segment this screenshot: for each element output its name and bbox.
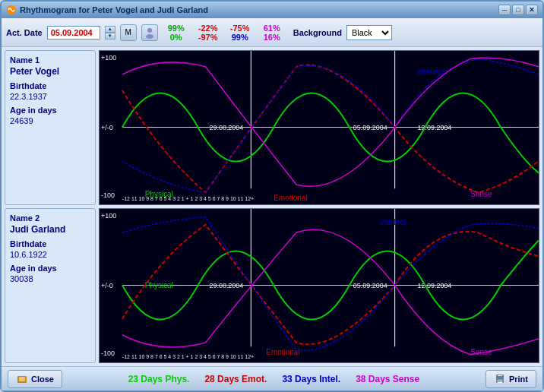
person-icon [144, 27, 156, 39]
svg-text:-100: -100 [101, 349, 115, 357]
svg-text:Physical: Physical [145, 280, 173, 289]
chart2-container: +100 +/-0 -100 29.08.2004 05.09.2004 12.… [99, 208, 539, 363]
stat4-bottom: 16% [264, 33, 280, 42]
close-label: Close [31, 375, 54, 384]
stat-phys: 23 Days Phys. [128, 374, 190, 384]
stat2-top: -22% [198, 24, 218, 33]
stat3-bottom: 99% [232, 33, 248, 42]
print-icon [494, 373, 506, 385]
person2-age-value: 30038 [10, 274, 90, 283]
svg-text:-12 11 10  9   8   7   6   5  : -12 11 10 9 8 7 6 5 4 3 2 1 + 1 2 3 4 5 … [122, 196, 254, 202]
svg-text:-100: -100 [101, 191, 115, 199]
maximize-button[interactable]: □ [512, 5, 524, 15]
person1-birthdate-label: Birthdate [10, 81, 90, 90]
print-button[interactable]: Print [485, 370, 536, 388]
person1-info: Name 1 Peter Vogel Birthdate 22.3.1937 A… [5, 50, 96, 205]
chart-row-1: Name 1 Peter Vogel Birthdate 22.3.1937 A… [5, 50, 539, 205]
svg-text:05.09.2004: 05.09.2004 [353, 123, 387, 131]
stat-sense: 38 Days Sense [356, 374, 419, 384]
person1-age-label: Age in days [10, 106, 90, 115]
main-window: Rhythmogram for Peter Vogel and Judi Gar… [0, 0, 544, 392]
background-select[interactable]: Black White [346, 25, 392, 40]
date-input[interactable] [47, 26, 100, 40]
svg-point-1 [147, 28, 152, 33]
title-bar: Rhythmogram for Peter Vogel and Judi Gar… [2, 2, 542, 18]
svg-text:Sense: Sense [470, 347, 492, 356]
svg-text:Intellect: Intellect [418, 68, 444, 76]
person2-age-label: Age in days [10, 264, 90, 273]
svg-text:29.08.2004: 29.08.2004 [210, 281, 244, 289]
close-button[interactable]: Close [8, 370, 62, 388]
toolbar: Act. Date ▲ ▼ M 99% 0% -22% -97% -75% 99… [2, 18, 542, 47]
window-title: Rhythmogram for Peter Vogel and Judi Gar… [20, 5, 208, 14]
person-icon-button[interactable] [141, 24, 158, 41]
person2-name-value: Judi Garland [10, 224, 90, 235]
stat2-bottom: -97% [198, 33, 218, 42]
svg-text:-12 11 10  9   8   7   6   5  : -12 11 10 9 8 7 6 5 4 3 2 1 + 1 2 3 4 5 … [122, 354, 254, 360]
close-button[interactable]: ✕ [526, 5, 538, 15]
person1-birthdate-value: 22.3.1937 [10, 92, 90, 101]
minimize-button[interactable]: ─ [498, 5, 511, 15]
person2-birthdate-label: Birthdate [10, 239, 90, 248]
svg-text:12.09.2004: 12.09.2004 [418, 281, 452, 289]
svg-text:+/-0: +/-0 [101, 281, 113, 289]
m-button[interactable]: M [120, 24, 137, 41]
stat4-top: 61% [264, 24, 280, 33]
stat-block-2: -22% -97% [195, 24, 222, 42]
chart-row-2: Name 2 Judi Garland Birthdate 10.6.1922 … [5, 208, 539, 363]
svg-text:Emotional: Emotional [274, 194, 307, 202]
title-bar-left: Rhythmogram for Peter Vogel and Judi Gar… [6, 5, 208, 15]
stat-block-4: 61% 16% [258, 24, 286, 42]
svg-text:+/-0: +/-0 [101, 123, 113, 131]
app-icon [6, 5, 17, 15]
bottom-stats: 23 Days Phys. 28 Days Emot. 33 Days Inte… [128, 374, 420, 384]
title-buttons: ─ □ ✕ [498, 5, 538, 15]
chart1-svg: +100 +/-0 -100 29.08.2004 05.09.2004 12.… [100, 51, 539, 204]
stat-emot: 28 Days Emot. [204, 374, 267, 384]
content-area: Name 1 Peter Vogel Birthdate 22.3.1937 A… [2, 47, 542, 366]
svg-text:12.09.2004: 12.09.2004 [418, 123, 452, 131]
stat-block-3: -75% 99% [226, 24, 254, 42]
background-label: Background [293, 28, 342, 37]
date-spinner[interactable]: ▲ ▼ [105, 26, 115, 40]
svg-rect-39 [498, 375, 502, 376]
svg-text:Intellect: Intellect [380, 218, 406, 226]
svg-rect-40 [498, 381, 502, 381]
person1-name-value: Peter Vogel [10, 66, 90, 77]
act-date-label: Act. Date [6, 28, 43, 37]
svg-text:+100: +100 [101, 212, 116, 220]
person2-info: Name 2 Judi Garland Birthdate 10.6.1922 … [5, 208, 96, 363]
svg-text:Sense: Sense [470, 189, 492, 198]
spin-down[interactable]: ▼ [105, 33, 115, 40]
stat1-top: 99% [168, 24, 185, 33]
svg-text:+100: +100 [101, 54, 116, 62]
print-label: Print [509, 375, 528, 384]
person2-birthdate-value: 10.6.1922 [10, 250, 90, 259]
spin-up[interactable]: ▲ [105, 26, 115, 33]
stat-block-1: 99% 0% [163, 24, 190, 42]
chart1-container: +100 +/-0 -100 29.08.2004 05.09.2004 12.… [99, 50, 539, 205]
stat-intel: 33 Days Intel. [282, 374, 340, 384]
svg-text:29.08.2004: 29.08.2004 [210, 123, 244, 131]
svg-point-2 [146, 34, 153, 39]
bottom-bar: Close 23 Days Phys. 28 Days Emot. 33 Day… [2, 366, 542, 390]
stat1-bottom: 0% [170, 33, 182, 42]
close-icon [16, 373, 28, 385]
person1-age-value: 24639 [10, 116, 90, 125]
svg-rect-3 [100, 51, 539, 204]
person1-name-label: Name 1 [10, 55, 90, 65]
svg-rect-41 [498, 382, 502, 383]
stat3-top: -75% [230, 24, 250, 33]
person2-name-label: Name 2 [10, 213, 90, 223]
chart2-svg: +100 +/-0 -100 29.08.2004 05.09.2004 12.… [100, 209, 539, 362]
svg-text:05.09.2004: 05.09.2004 [353, 281, 387, 289]
